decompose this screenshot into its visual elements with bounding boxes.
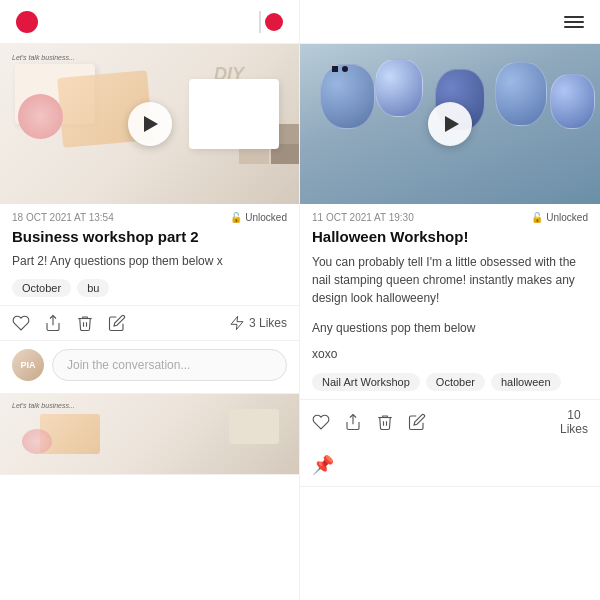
post-meta-halloween: 11 OCT 2021 AT 19:30 🔓 Unlocked	[300, 204, 600, 223]
thumb-title-text: Let's talk business...	[12, 54, 75, 61]
share-button-business[interactable]	[44, 314, 62, 332]
post-tags-business: October bu	[0, 275, 299, 305]
play-button-business[interactable]	[128, 102, 172, 146]
edit-button-business[interactable]	[108, 314, 126, 332]
tag-october[interactable]: October	[12, 279, 71, 297]
post-desc-halloween-2: Any questions pop them below	[300, 313, 600, 343]
post-tags-halloween: Nail Art Workshop October halloween	[300, 369, 600, 399]
post-desc-halloween-1: You can probably tell I'm a little obses…	[300, 251, 600, 313]
left-panel: Let's talk business... DIY 1	[0, 44, 300, 600]
avatar-initials: PIA	[20, 360, 35, 370]
trash-button-business[interactable]	[76, 314, 94, 332]
patreon-logo-center	[265, 13, 283, 31]
post-date-business: 18 OCT 2021 AT 13:54	[12, 212, 114, 223]
post-card-business: Let's talk business... DIY 1	[0, 44, 299, 394]
patreon-logo-left	[16, 11, 38, 33]
unlock-badge-halloween: 🔓 Unlocked	[531, 212, 588, 223]
orb-4	[495, 62, 547, 126]
post-title-business: Business workshop part 2	[0, 223, 299, 251]
likes-count-halloween: 10	[567, 408, 580, 422]
pin-area: 📌	[300, 444, 600, 486]
heart-button-business[interactable]	[12, 314, 30, 332]
post-card-business2: Let's talk business...	[0, 394, 299, 475]
tag-october-halloween[interactable]: October	[426, 373, 485, 391]
user-avatar: PIA	[12, 349, 44, 381]
unlock-label-business: Unlocked	[245, 212, 287, 223]
orb-2	[375, 59, 423, 117]
hamburger-icon-right[interactable]	[564, 16, 584, 28]
orb-5	[550, 74, 595, 129]
lock-icon-halloween: 🔓	[531, 212, 543, 223]
tag-bu[interactable]: bu	[77, 279, 109, 297]
unlock-badge-business: 🔓 Unlocked	[230, 212, 287, 223]
post-actions-business: 3 Likes	[0, 305, 299, 340]
likes-halloween: 10 Likes	[560, 408, 588, 437]
share-button-halloween[interactable]	[344, 413, 362, 431]
likes-label-halloween: Likes	[560, 422, 588, 436]
post-thumbnail-business2: Let's talk business...	[0, 394, 299, 474]
tag-nail-art-workshop[interactable]: Nail Art Workshop	[312, 373, 420, 391]
post-date-halloween: 11 OCT 2021 AT 19:30	[312, 212, 414, 223]
right-panel: 11 OCT 2021 AT 19:30 🔓 Unlocked Hallowee…	[300, 44, 600, 600]
content-area: Let's talk business... DIY 1	[0, 44, 600, 600]
likes-business: 3 Likes	[229, 315, 287, 331]
play-button-halloween[interactable]	[428, 102, 472, 146]
post-desc-halloween-3: xoxo	[300, 343, 600, 369]
thumb2-text: Let's talk business...	[12, 402, 75, 409]
likes-count-business: 3 Likes	[249, 316, 287, 330]
post-card-halloween: 11 OCT 2021 AT 19:30 🔓 Unlocked Hallowee…	[300, 44, 600, 487]
post-desc-business: Part 2! Any questions pop them below x	[0, 251, 299, 276]
pin-button[interactable]: 📌	[312, 454, 334, 476]
tag-halloween[interactable]: halloween	[491, 373, 561, 391]
post-title-halloween: Halloween Workshop!	[300, 223, 600, 251]
edit-button-halloween[interactable]	[408, 413, 426, 431]
heart-button-halloween[interactable]	[312, 413, 330, 431]
post-thumbnail-halloween	[300, 44, 600, 204]
nav-center-logo-left	[255, 11, 283, 33]
post-actions-halloween: 10 Likes	[300, 399, 600, 445]
comment-area-business: PIA Join the conversation...	[0, 340, 299, 393]
trash-button-halloween[interactable]	[376, 413, 394, 431]
unlock-label-halloween: Unlocked	[546, 212, 588, 223]
post-thumbnail-business: Let's talk business... DIY	[0, 44, 299, 204]
post-meta-business: 18 OCT 2021 AT 13:54 🔓 Unlocked	[0, 204, 299, 223]
orb-1	[320, 64, 375, 129]
nav-left	[0, 0, 300, 44]
comment-input-business[interactable]: Join the conversation...	[52, 349, 287, 381]
nav-right	[300, 0, 600, 44]
lock-icon: 🔓	[230, 212, 242, 223]
